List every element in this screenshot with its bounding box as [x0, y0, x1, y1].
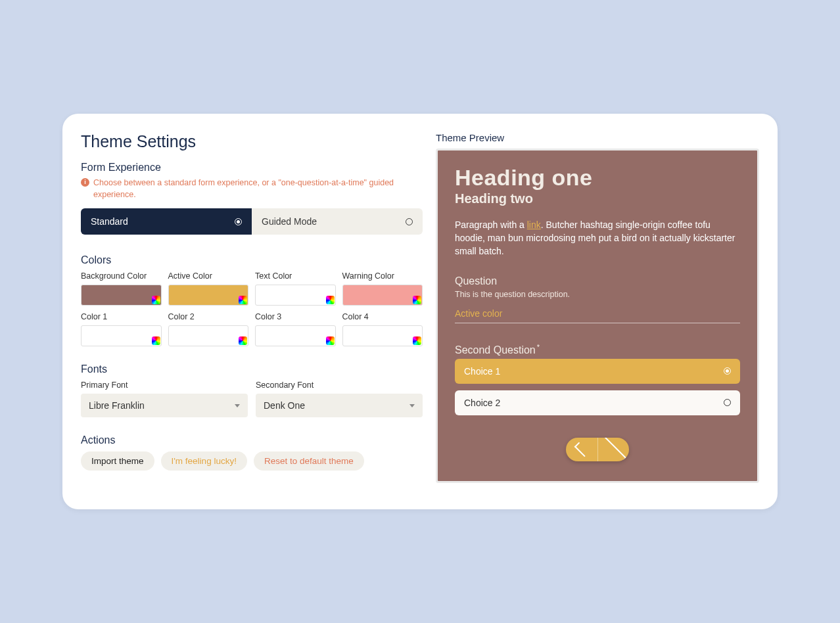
import-theme-button[interactable]: Import theme — [81, 451, 154, 471]
color-swatch-background[interactable] — [81, 285, 162, 306]
radio-indicator-icon — [406, 218, 413, 225]
color-picker-icon — [326, 336, 335, 345]
color-field: Active Color — [168, 271, 249, 306]
select-value: Libre Franklin — [89, 400, 145, 411]
preview-choice-1[interactable]: Choice 1 — [455, 359, 740, 384]
color-swatch-3[interactable] — [255, 325, 336, 346]
preview-text-input[interactable] — [455, 306, 740, 323]
color-picker-icon — [239, 336, 247, 345]
field-label: Active Color — [168, 271, 249, 281]
preview-paragraph: Paragraph with a link. Butcher hashtag s… — [455, 218, 740, 258]
color-field: Color 4 — [342, 312, 423, 346]
radio-indicator-icon — [724, 399, 731, 406]
radio-indicator-icon — [235, 218, 242, 225]
page-title: Theme Settings — [81, 132, 423, 151]
color-picker-icon — [413, 296, 421, 304]
option-label: Guided Mode — [262, 216, 317, 227]
radio-indicator-icon — [724, 367, 731, 375]
color-swatch-1[interactable] — [81, 325, 162, 346]
preview-heading-one: Heading one — [455, 166, 740, 190]
color-field: Color 2 — [168, 312, 249, 346]
field-label: Color 2 — [168, 312, 249, 321]
settings-panel: Theme Settings Form Experience i Choose … — [81, 132, 436, 483]
color-field: Color 3 — [255, 312, 336, 346]
section-title: Fonts — [81, 363, 423, 375]
preview-surface: Heading one Heading two Paragraph with a… — [436, 149, 759, 483]
color-swatch-warning[interactable] — [342, 285, 423, 306]
select-value: Denk One — [264, 400, 305, 411]
preview-heading-two: Heading two — [455, 191, 740, 206]
field-label: Secondary Font — [256, 381, 423, 390]
form-experience-section: Form Experience i Choose between a stand… — [81, 162, 423, 235]
color-swatch-active[interactable] — [168, 285, 249, 306]
preview-title: Theme Preview — [436, 132, 759, 143]
paragraph-text: Paragraph with a — [455, 219, 527, 230]
experience-option-guided[interactable]: Guided Mode — [252, 208, 423, 235]
color-field: Text Color — [255, 271, 336, 306]
feeling-lucky-button[interactable]: I'm feeling lucky! — [161, 451, 247, 471]
preview-panel: Theme Preview Heading one Heading two Pa… — [436, 132, 759, 483]
actions-section: Actions Import theme I'm feeling lucky! … — [81, 434, 423, 471]
field-label: Background Color — [81, 271, 162, 281]
preview-question2-label: Second Question* — [455, 343, 740, 356]
color-field: Color 1 — [81, 312, 162, 346]
experience-toggle: Standard Guided Mode — [81, 208, 423, 235]
prev-button[interactable] — [566, 438, 597, 461]
field-label: Color 3 — [255, 312, 336, 321]
preview-nav — [455, 438, 740, 461]
preview-link[interactable]: link — [527, 219, 541, 230]
color-swatch-4[interactable] — [342, 325, 423, 346]
option-label: Standard — [91, 216, 128, 227]
color-field: Warning Color — [342, 271, 423, 306]
field-label: Warning Color — [342, 271, 423, 281]
color-picker-icon — [413, 336, 421, 345]
chevron-down-icon — [235, 404, 240, 407]
arrow-right-icon — [600, 438, 626, 461]
color-field: Background Color — [81, 271, 162, 306]
section-title: Actions — [81, 434, 423, 446]
section-title: Form Experience — [81, 162, 423, 173]
experience-option-standard[interactable]: Standard — [81, 208, 252, 235]
field-label: Color 4 — [342, 312, 423, 321]
secondary-font-select[interactable]: Denk One — [256, 394, 423, 417]
nav-pill — [566, 438, 629, 461]
color-picker-icon — [152, 296, 160, 304]
color-swatch-2[interactable] — [168, 325, 249, 346]
primary-font-select[interactable]: Libre Franklin — [81, 394, 248, 417]
preview-question-label: Question — [455, 275, 740, 287]
chevron-down-icon — [409, 404, 415, 407]
preview-choice-2[interactable]: Choice 2 — [455, 390, 740, 415]
color-grid: Background Color Active Color Text Color… — [81, 271, 423, 346]
section-title: Colors — [81, 254, 423, 266]
required-mark: * — [537, 343, 540, 351]
preview-question-desc: This is the question description. — [455, 290, 740, 299]
font-field-primary: Primary Font Libre Franklin — [81, 381, 248, 417]
color-picker-icon — [239, 296, 247, 304]
color-picker-icon — [152, 336, 160, 345]
fonts-section: Fonts Primary Font Libre Franklin Second… — [81, 363, 423, 417]
next-button[interactable] — [597, 438, 629, 461]
colors-section: Colors Background Color Active Color Tex… — [81, 254, 423, 346]
color-swatch-text[interactable] — [255, 285, 336, 306]
field-label: Primary Font — [81, 381, 248, 390]
font-field-secondary: Secondary Font Denk One — [256, 381, 423, 417]
settings-card: Theme Settings Form Experience i Choose … — [62, 114, 778, 509]
field-label: Text Color — [255, 271, 336, 281]
arrow-left-icon — [574, 442, 590, 457]
experience-description-text: Choose between a standard form experienc… — [93, 177, 423, 200]
color-picker-icon — [326, 296, 335, 304]
reset-theme-button[interactable]: Reset to default theme — [254, 451, 364, 471]
info-icon: i — [81, 178, 89, 187]
choice-label: Choice 1 — [464, 366, 500, 377]
question2-label-text: Second Question — [455, 344, 536, 356]
field-label: Color 1 — [81, 312, 162, 321]
experience-description: i Choose between a standard form experie… — [81, 177, 423, 200]
choice-label: Choice 2 — [464, 398, 500, 408]
